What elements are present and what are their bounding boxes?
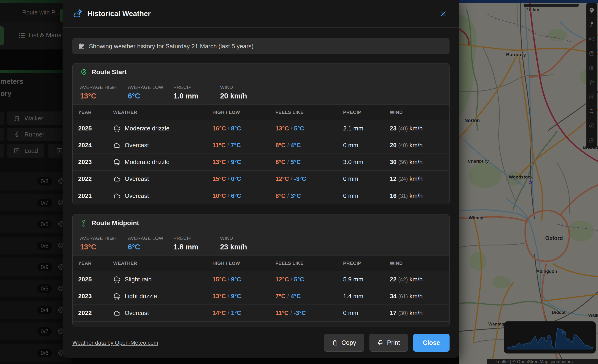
- section-route-midpoint: Route Midpoint AVERAGE HIGH13°C AVERAGE …: [72, 214, 449, 326]
- high-low-cell: 11°C / 7°C: [212, 142, 275, 149]
- print-button[interactable]: Print: [369, 334, 408, 352]
- copy-button[interactable]: Copy: [324, 334, 364, 352]
- weather-cell: Moderate drizzle: [113, 158, 212, 166]
- weather-row-route-start-2023: 2023 Moderate drizzle 13°C / 9°C 8°C / 5…: [73, 154, 449, 171]
- stat-average-high: AVERAGE HIGH13°C: [80, 236, 128, 255]
- modal-header: Historical Weather: [63, 0, 459, 27]
- weather-row-route-start-2021: 2021 Overcast 10°C / 6°C 8°C / 3°C 0 mm …: [73, 187, 449, 204]
- weather-row-route-start-2025: 2025 Moderate drizzle 16°C / 8°C 13°C / …: [73, 120, 449, 137]
- cloud-icon: [113, 309, 121, 317]
- weather-cell: Overcast: [113, 309, 212, 317]
- column-header: WEATHER: [113, 110, 212, 115]
- precip-cell: 0 mm: [343, 192, 390, 199]
- weather-description: Overcast: [125, 309, 149, 317]
- feels-like-cell: 8°C / 3°C: [275, 192, 343, 199]
- feels-like-cell: 12°C / 5°C: [275, 276, 343, 283]
- cloud-icon: [113, 192, 121, 200]
- year-cell: 2025: [78, 125, 113, 132]
- column-header: WEATHER: [113, 261, 212, 266]
- column-header: YEAR: [78, 261, 113, 266]
- high-low-cell: 15°C / 9°C: [212, 276, 275, 283]
- feels-like-cell: 13°C / 5°C: [275, 125, 343, 132]
- high-low-cell: 16°C / 8°C: [212, 125, 275, 132]
- clipboard-icon: [332, 340, 338, 346]
- year-cell: 2023: [78, 158, 113, 166]
- section-route-start: Route Start AVERAGE HIGH13°C AVERAGE LOW…: [72, 63, 449, 204]
- column-header: YEAR: [78, 110, 113, 115]
- weather-description: Slight rain: [125, 276, 152, 283]
- weather-sections: Route Start AVERAGE HIGH13°C AVERAGE LOW…: [72, 63, 449, 326]
- precip-cell: 0 mm: [343, 142, 390, 149]
- precip-cell: 5.9 mm: [343, 276, 390, 283]
- sun-cloud-icon: [73, 9, 83, 18]
- high-low-cell: 13°C / 9°C: [212, 158, 275, 166]
- cloud-drizzle-icon: [113, 124, 121, 132]
- weather-row-route-midpoint-2023: 2023 Light drizzle 13°C / 9°C 7°C / 4°C …: [73, 288, 449, 305]
- date-info-text: Showing weather history for Saturday 21 …: [89, 43, 253, 50]
- section-title: Route Start: [91, 68, 127, 76]
- wind-cell: 22 (42) km/h: [390, 276, 449, 283]
- year-cell: 2023: [78, 293, 113, 300]
- stat-wind: WIND20 km/h: [220, 85, 449, 104]
- stat-wind: WIND23 km/h: [220, 236, 449, 255]
- high-low-cell: 15°C / 0°C: [212, 175, 275, 182]
- high-low-cell: 10°C / 6°C: [212, 192, 275, 199]
- wind-cell: 30 (56) km/h: [390, 158, 449, 166]
- column-header: WIND: [390, 261, 449, 266]
- wind-cell: 16 (31) km/h: [390, 192, 449, 199]
- precip-cell: 0 mm: [343, 175, 390, 182]
- printer-icon: [378, 340, 384, 346]
- section-header: Route Midpoint: [73, 215, 449, 232]
- section-stats: AVERAGE HIGH13°C AVERAGE LOW6°C PRECIP1.…: [73, 81, 449, 105]
- cloud-drizzle-icon: [113, 276, 121, 283]
- weather-cell: Overcast: [113, 192, 212, 200]
- weather-row-route-start-2022: 2022 Overcast 15°C / 0°C 12°C / -3°C 0 m…: [73, 171, 449, 187]
- stat-precip: PRECIP1.0 mm: [174, 85, 220, 104]
- weather-description: Overcast: [125, 142, 149, 149]
- year-cell: 2021: [78, 192, 113, 199]
- close-button[interactable]: Close: [413, 334, 449, 352]
- weather-cell: Overcast: [113, 141, 212, 149]
- footer-buttons: Copy Print Close: [324, 334, 449, 352]
- wind-cell: 12 (24) km/h: [390, 175, 449, 182]
- wind-cell: 20 (40) km/h: [390, 142, 449, 149]
- weather-row-route-midpoint-2022: 2022 Overcast 14°C / 1°C 11°C / -3°C 0 m…: [73, 305, 449, 322]
- modal-footer: Weather data by Open-Meteo.com Copy Prin…: [63, 328, 459, 358]
- close-icon[interactable]: [438, 8, 448, 19]
- map-pin-icon: [80, 68, 88, 76]
- wind-cell: 23 (40) km/h: [390, 125, 449, 132]
- column-header: WIND: [390, 110, 449, 115]
- feels-like-cell: 8°C / 4°C: [275, 142, 343, 149]
- table-header: YEARWEATHERHIGH / LOWFEELS LIKEPRECIPWIN…: [73, 256, 449, 271]
- open-meteo-link[interactable]: Weather data by Open-Meteo.com: [72, 339, 158, 346]
- cloud-icon: [113, 141, 121, 149]
- stat-average-high: AVERAGE HIGH13°C: [80, 85, 128, 104]
- column-header: FEELS LIKE: [275, 110, 343, 115]
- precip-cell: 0 mm: [343, 309, 390, 317]
- stat-precip: PRECIP1.8 mm: [174, 236, 220, 255]
- year-cell: 2022: [78, 309, 113, 317]
- modal-title: Historical Weather: [87, 9, 151, 18]
- high-low-cell: 13°C / 9°C: [212, 293, 275, 300]
- weather-row-route-start-2024: 2024 Overcast 11°C / 7°C 8°C / 4°C 0 mm …: [73, 137, 449, 154]
- feels-like-cell: 8°C / 5°C: [275, 158, 343, 166]
- modal-body: Showing weather history for Saturday 21 …: [63, 28, 459, 328]
- weather-row-route-midpoint-2025: 2025 Slight rain 15°C / 9°C 12°C / 5°C 5…: [73, 271, 449, 288]
- table-header: YEARWEATHERHIGH / LOWFEELS LIKEPRECIPWIN…: [73, 105, 449, 120]
- column-header: PRECIP: [343, 110, 390, 115]
- wind-cell: 17 (30) km/h: [390, 309, 449, 317]
- weather-description: Overcast: [125, 192, 149, 199]
- high-low-cell: 14°C / 1°C: [212, 309, 275, 317]
- weather-cell: Light drizzle: [113, 292, 212, 300]
- weather-cell: Moderate drizzle: [113, 124, 212, 132]
- column-header: FEELS LIKE: [275, 261, 343, 266]
- weather-description: Moderate drizzle: [125, 158, 169, 166]
- weather-cell: Overcast: [113, 175, 212, 183]
- section-stats: AVERAGE HIGH13°C AVERAGE LOW6°C PRECIP1.…: [73, 232, 449, 256]
- year-cell: 2022: [78, 175, 113, 182]
- weather-description: Overcast: [125, 175, 149, 182]
- section-header: Route Start: [73, 64, 449, 81]
- precip-cell: 2.1 mm: [343, 125, 390, 132]
- stat-average-low: AVERAGE LOW6°C: [128, 236, 174, 255]
- cloud-drizzle-icon: [113, 158, 121, 166]
